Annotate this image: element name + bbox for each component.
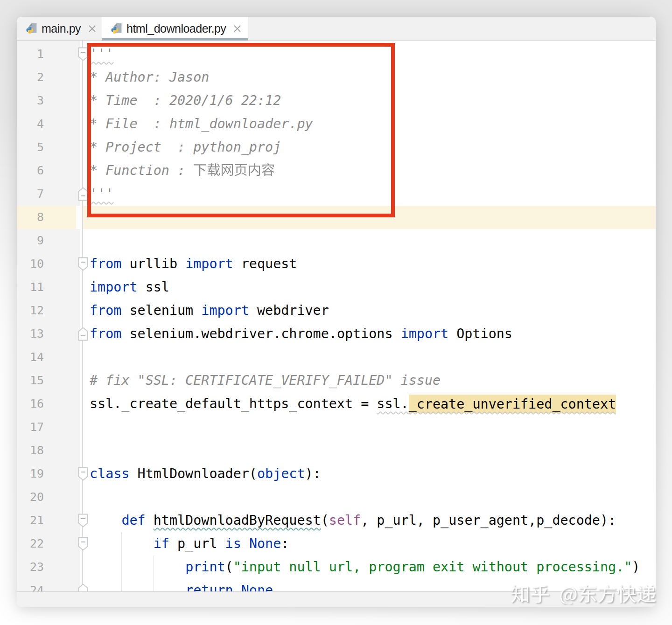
fold-up-icon[interactable] <box>77 583 89 591</box>
close-tab-icon[interactable] <box>232 24 242 34</box>
code-line-6: * Function : <box>90 159 640 182</box>
fold-up-icon[interactable] <box>77 187 89 201</box>
code-line-14 <box>90 346 640 369</box>
code-token: ( <box>321 513 329 528</box>
code-token: import <box>185 256 233 271</box>
code-token: None <box>241 583 273 591</box>
line-number: 22 <box>17 532 44 556</box>
code-token: ssl <box>138 279 169 295</box>
code-token <box>90 559 185 575</box>
line-number: 4 <box>17 112 44 136</box>
code-token: import <box>201 303 249 318</box>
fold-down-icon[interactable] <box>77 467 89 481</box>
code-token: import <box>90 279 138 295</box>
code-line-19: class HtmlDownloader(object): <box>90 462 640 486</box>
line-number: 9 <box>17 229 44 252</box>
code-token: print <box>185 559 225 575</box>
code-editor[interactable]: 123456789101112131415161718192021222324 … <box>17 41 656 591</box>
fold-down-icon[interactable] <box>77 514 89 528</box>
code-token: _create_unverified_context <box>409 395 616 413</box>
gutter-separator <box>82 41 83 591</box>
code-line-20 <box>90 486 640 509</box>
code-token <box>90 513 121 528</box>
line-number: 19 <box>17 462 44 486</box>
code-token: from <box>90 326 121 341</box>
line-number: 21 <box>17 509 44 532</box>
line-number: 2 <box>17 66 44 89</box>
code-line-4: * File : html_downloader.py <box>90 112 640 136</box>
tab-label: html_downloader.py <box>126 22 226 35</box>
cjk-text <box>193 163 275 176</box>
line-number: 8 <box>17 206 44 229</box>
line-number: 24 <box>17 579 44 591</box>
code-token <box>241 536 249 551</box>
code-token: def <box>121 513 145 528</box>
code-token: webdriver <box>249 303 329 318</box>
code-line-7: ''' <box>90 182 640 206</box>
tab-html-downloader-py[interactable]: html_downloader.py <box>102 17 248 41</box>
line-number: 15 <box>17 369 44 392</box>
code-lines: '''* Author: Jason* Time : 2020/1/6 22:1… <box>90 42 640 591</box>
fold-down-icon[interactable] <box>77 47 89 61</box>
code-line-3: * Time : 2020/1/6 22:12 <box>90 89 640 112</box>
fold-down-icon[interactable] <box>77 257 89 271</box>
code-token: request <box>233 256 297 271</box>
code-token: object <box>257 466 305 481</box>
line-number: 16 <box>17 392 44 416</box>
code-token: : <box>281 536 289 551</box>
python-file-icon <box>26 23 37 34</box>
code-token: ssl._create_default_https_context = <box>90 396 377 411</box>
code-token: selenium <box>121 303 201 318</box>
code-token: ssl. <box>377 396 408 411</box>
indent-guide <box>154 556 154 591</box>
code-token: if <box>154 536 169 551</box>
line-number: 23 <box>17 556 44 579</box>
code-token: "input null url, program exit without pr… <box>233 559 632 575</box>
code-token: * File : html_downloader.py <box>90 116 313 132</box>
zhihu-watermark <box>511 584 656 604</box>
code-line-11: import ssl <box>90 276 640 299</box>
code-token: ) <box>632 559 640 575</box>
code-line-12: from selenium import webdriver <box>90 299 640 322</box>
line-number: 7 <box>17 182 44 206</box>
line-number: 18 <box>17 439 44 462</box>
code-token: urllib <box>121 256 185 271</box>
code-token: return <box>185 583 233 591</box>
code-token: selenium.webdriver.chrome.options <box>121 326 400 341</box>
code-line-18 <box>90 439 640 462</box>
fold-down-icon[interactable] <box>77 537 89 551</box>
code-line-10: from urllib import request <box>90 252 640 276</box>
code-line-5: * Project : python_proj <box>90 136 640 159</box>
code-line-16: ssl._create_default_https_context = ssl.… <box>90 392 640 416</box>
line-number: 11 <box>17 276 44 299</box>
code-line-13: from selenium.webdriver.chrome.options i… <box>90 322 640 346</box>
code-token: None <box>249 536 281 551</box>
code-token: is <box>225 536 241 551</box>
indent-guide <box>121 532 122 591</box>
code-token: class <box>90 466 129 481</box>
line-number: 5 <box>17 136 44 159</box>
code-line-2: * Author: Jason <box>90 66 640 89</box>
code-line-17 <box>90 416 640 439</box>
code-token: , p_url, p_user_agent,p_decode): <box>361 513 616 528</box>
code-token: * Author: Jason <box>90 69 209 85</box>
close-tab-icon[interactable] <box>87 24 97 34</box>
code-token: * Function : <box>90 163 193 178</box>
tab-main-py[interactable]: main.py <box>17 17 102 41</box>
code-line-15: # fix "SSL: CERTIFICATE_VERIFY_FAILED" i… <box>90 369 640 392</box>
active-tab-indicator <box>102 38 248 41</box>
line-number: 14 <box>17 346 44 369</box>
code-token <box>233 583 241 591</box>
editor-tab-bar: main.py html_downloader.py <box>17 17 656 41</box>
code-token: ( <box>225 559 233 575</box>
code-token <box>146 513 154 528</box>
screenshot-root: {"tabs":[{"label":"main.py","active":fal… <box>0 0 672 625</box>
line-number: 6 <box>17 159 44 182</box>
code-token: import <box>401 326 449 341</box>
code-token: Options <box>448 326 512 341</box>
code-token: p_url <box>169 536 225 551</box>
code-token <box>90 583 185 591</box>
line-number: 12 <box>17 299 44 322</box>
ide-window: main.py html_downloader.py <box>17 17 656 607</box>
fold-up-icon[interactable] <box>77 327 89 341</box>
